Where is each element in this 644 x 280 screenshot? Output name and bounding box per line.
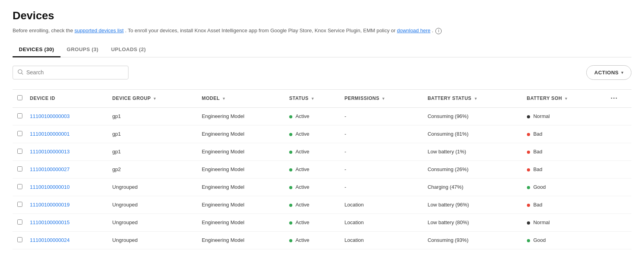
row-device-id-cell: 11100100000001 — [27, 125, 109, 143]
row-actions-cell — [607, 196, 631, 214]
soh-text: Bad — [533, 202, 542, 208]
status-text: Active — [295, 113, 309, 119]
row-battery-soh-cell: Bad — [524, 160, 608, 178]
row-permissions-cell: - — [341, 143, 425, 160]
supported-devices-link[interactable]: supported devices list — [75, 28, 124, 33]
row-device-group-cell: Ungrouped — [109, 178, 199, 196]
row-actions-cell — [607, 178, 631, 196]
filter-icon-battery-status[interactable]: ▾ — [475, 96, 477, 101]
row-checkbox-5[interactable] — [17, 202, 22, 207]
row-battery-status-cell: Low battery (80%) — [424, 214, 523, 231]
table-header-row: DEVICE ID DEVICE GROUP ▾ MODEL ▾ STATUS … — [13, 89, 631, 107]
row-battery-soh-cell: Normal — [524, 214, 608, 231]
select-all-checkbox-header[interactable] — [13, 89, 27, 107]
more-options-icon[interactable]: ··· — [611, 94, 618, 102]
device-id-link-3[interactable]: 11100100000027 — [30, 166, 70, 172]
device-id-link-4[interactable]: 11100100000010 — [30, 184, 70, 190]
devices-table: DEVICE ID DEVICE GROUP ▾ MODEL ▾ STATUS … — [13, 89, 631, 249]
row-permissions-cell: - — [341, 107, 425, 125]
row-battery-status-cell: Low battery (1%) — [424, 143, 523, 160]
row-status-cell: Active — [286, 125, 341, 143]
download-here-link[interactable]: download here — [397, 28, 430, 33]
row-status-cell: Active — [286, 196, 341, 214]
subtitle-text-1: Before enrolling, check the — [13, 28, 75, 33]
row-checkbox-cell[interactable] — [13, 178, 27, 196]
row-checkbox-3[interactable] — [17, 166, 22, 171]
table-body: 11100100000003 gp1 Engineering Model Act… — [13, 107, 631, 249]
soh-dot — [527, 168, 530, 171]
soh-text: Bad — [533, 149, 542, 155]
row-actions-cell — [607, 125, 631, 143]
filter-icon-status[interactable]: ▾ — [312, 96, 314, 101]
tab-groups[interactable]: GROUPS (3) — [61, 42, 105, 57]
row-checkbox-cell[interactable] — [13, 231, 27, 249]
actions-button[interactable]: ACTIONS ▾ — [586, 65, 632, 80]
row-status-cell: Active — [286, 107, 341, 125]
table-row: 11100100000027 gp2 Engineering Model Act… — [13, 160, 631, 178]
device-id-link-2[interactable]: 11100100000013 — [30, 149, 70, 155]
row-status-cell: Active — [286, 143, 341, 160]
row-checkbox-2[interactable] — [17, 149, 22, 154]
device-id-link-1[interactable]: 11100100000001 — [30, 131, 70, 137]
soh-text: Bad — [533, 166, 542, 172]
soh-dot — [527, 221, 530, 225]
filter-icon-permissions[interactable]: ▾ — [382, 96, 385, 101]
row-checkbox-4[interactable] — [17, 184, 22, 189]
row-device-group-cell: Ungrouped — [109, 196, 199, 214]
row-checkbox-1[interactable] — [17, 131, 22, 136]
table-row: 11100100000010 Ungrouped Engineering Mod… — [13, 178, 631, 196]
row-checkbox-cell[interactable] — [13, 196, 27, 214]
row-checkbox-cell[interactable] — [13, 107, 27, 125]
device-id-link-5[interactable]: 11100100000019 — [30, 202, 70, 208]
select-all-checkbox[interactable] — [17, 95, 22, 100]
filter-icon-device-group[interactable]: ▾ — [154, 96, 156, 101]
table-row: 11100100000001 gp1 Engineering Model Act… — [13, 125, 631, 143]
row-device-id-cell: 11100100000019 — [27, 196, 109, 214]
device-id-link-7[interactable]: 11100100000024 — [30, 237, 70, 243]
col-device-group: DEVICE GROUP ▾ — [109, 89, 199, 107]
device-id-link-0[interactable]: 11100100000003 — [30, 113, 70, 119]
row-checkbox-cell[interactable] — [13, 160, 27, 178]
row-battery-status-cell: Low battery (96%) — [424, 196, 523, 214]
row-checkbox-cell[interactable] — [13, 125, 27, 143]
filter-icon-battery-soh[interactable]: ▾ — [565, 96, 567, 101]
device-id-link-6[interactable]: 11100100000015 — [30, 219, 70, 225]
search-input[interactable] — [26, 69, 123, 76]
tab-devices[interactable]: DEVICES (30) — [13, 42, 61, 57]
row-checkbox-cell[interactable] — [13, 143, 27, 160]
soh-text: Good — [533, 237, 546, 243]
row-checkbox-0[interactable] — [17, 113, 22, 118]
row-permissions-cell: - — [341, 160, 425, 178]
row-permissions-cell: Location — [341, 214, 425, 231]
row-checkbox-6[interactable] — [17, 219, 22, 225]
row-device-id-cell: 11100100000010 — [27, 178, 109, 196]
row-battery-soh-cell: Good — [524, 231, 608, 249]
status-text: Active — [295, 149, 309, 155]
row-checkbox-cell[interactable] — [13, 214, 27, 231]
tab-uploads[interactable]: UPLOADS (2) — [105, 42, 152, 57]
status-text: Active — [295, 219, 309, 225]
table-row: 11100100000015 Ungrouped Engineering Mod… — [13, 214, 631, 231]
row-battery-soh-cell: Bad — [524, 143, 608, 160]
table-row: 11100100000013 gp1 Engineering Model Act… — [13, 143, 631, 160]
soh-text: Bad — [533, 131, 542, 137]
row-device-group-cell: gp1 — [109, 107, 199, 125]
row-battery-soh-cell: Normal — [524, 107, 608, 125]
status-dot — [289, 239, 292, 242]
row-battery-status-cell: Consuming (96%) — [424, 107, 523, 125]
col-more-options[interactable]: ··· — [607, 89, 631, 107]
search-box[interactable] — [13, 66, 128, 79]
row-actions-cell — [607, 231, 631, 249]
soh-dot — [527, 133, 530, 136]
status-dot — [289, 186, 292, 189]
status-dot — [289, 204, 292, 207]
row-status-cell: Active — [286, 214, 341, 231]
filter-icon-model[interactable]: ▾ — [223, 96, 225, 101]
row-battery-status-cell: Consuming (81%) — [424, 125, 523, 143]
row-status-cell: Active — [286, 231, 341, 249]
soh-dot — [527, 115, 530, 118]
row-model-cell: Engineering Model — [198, 214, 286, 231]
status-dot — [289, 133, 292, 136]
row-checkbox-7[interactable] — [17, 237, 22, 242]
page-container: Devices Before enrolling, check the supp… — [0, 0, 644, 280]
